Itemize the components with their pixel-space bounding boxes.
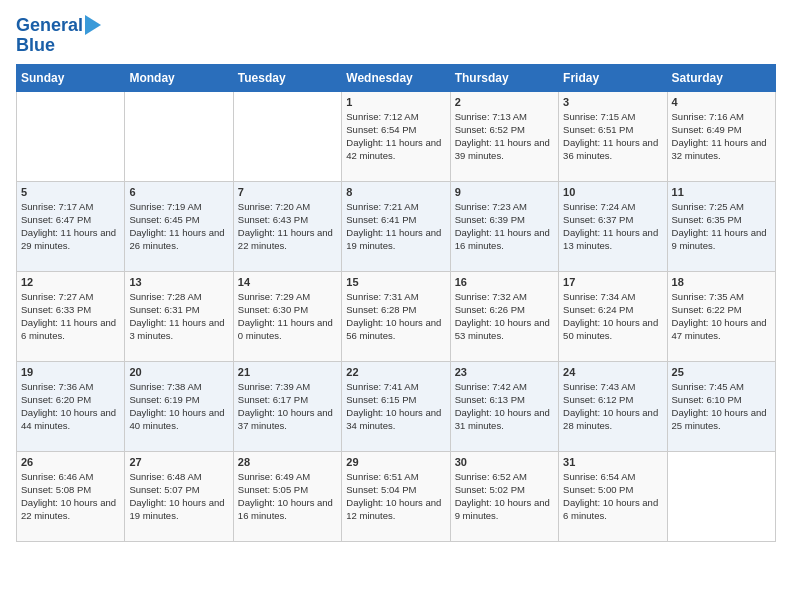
calendar-cell: 21Sunrise: 7:39 AM Sunset: 6:17 PM Dayli… bbox=[233, 361, 341, 451]
day-content: Sunrise: 7:29 AM Sunset: 6:30 PM Dayligh… bbox=[238, 290, 337, 343]
logo-blue: Blue bbox=[16, 36, 101, 56]
day-number: 25 bbox=[672, 366, 771, 378]
day-number: 16 bbox=[455, 276, 554, 288]
calendar-cell: 29Sunrise: 6:51 AM Sunset: 5:04 PM Dayli… bbox=[342, 451, 450, 541]
day-number: 1 bbox=[346, 96, 445, 108]
day-content: Sunrise: 7:25 AM Sunset: 6:35 PM Dayligh… bbox=[672, 200, 771, 253]
day-content: Sunrise: 7:20 AM Sunset: 6:43 PM Dayligh… bbox=[238, 200, 337, 253]
day-content: Sunrise: 6:54 AM Sunset: 5:00 PM Dayligh… bbox=[563, 470, 662, 523]
calendar-cell: 8Sunrise: 7:21 AM Sunset: 6:41 PM Daylig… bbox=[342, 181, 450, 271]
day-number: 14 bbox=[238, 276, 337, 288]
calendar-cell bbox=[17, 91, 125, 181]
day-content: Sunrise: 7:42 AM Sunset: 6:13 PM Dayligh… bbox=[455, 380, 554, 433]
week-row-4: 19Sunrise: 7:36 AM Sunset: 6:20 PM Dayli… bbox=[17, 361, 776, 451]
day-number: 28 bbox=[238, 456, 337, 468]
day-number: 8 bbox=[346, 186, 445, 198]
day-content: Sunrise: 7:13 AM Sunset: 6:52 PM Dayligh… bbox=[455, 110, 554, 163]
calendar-cell bbox=[125, 91, 233, 181]
day-content: Sunrise: 6:51 AM Sunset: 5:04 PM Dayligh… bbox=[346, 470, 445, 523]
calendar-cell bbox=[233, 91, 341, 181]
day-number: 10 bbox=[563, 186, 662, 198]
calendar-cell: 5Sunrise: 7:17 AM Sunset: 6:47 PM Daylig… bbox=[17, 181, 125, 271]
day-number: 4 bbox=[672, 96, 771, 108]
calendar-cell: 11Sunrise: 7:25 AM Sunset: 6:35 PM Dayli… bbox=[667, 181, 775, 271]
day-content: Sunrise: 7:39 AM Sunset: 6:17 PM Dayligh… bbox=[238, 380, 337, 433]
day-content: Sunrise: 7:38 AM Sunset: 6:19 PM Dayligh… bbox=[129, 380, 228, 433]
day-number: 30 bbox=[455, 456, 554, 468]
logo-arrow-icon bbox=[85, 15, 101, 35]
page-header: General Blue bbox=[16, 16, 776, 56]
day-content: Sunrise: 7:28 AM Sunset: 6:31 PM Dayligh… bbox=[129, 290, 228, 343]
day-number: 7 bbox=[238, 186, 337, 198]
day-content: Sunrise: 6:48 AM Sunset: 5:07 PM Dayligh… bbox=[129, 470, 228, 523]
day-number: 3 bbox=[563, 96, 662, 108]
calendar-cell: 12Sunrise: 7:27 AM Sunset: 6:33 PM Dayli… bbox=[17, 271, 125, 361]
calendar-cell: 27Sunrise: 6:48 AM Sunset: 5:07 PM Dayli… bbox=[125, 451, 233, 541]
calendar-cell: 31Sunrise: 6:54 AM Sunset: 5:00 PM Dayli… bbox=[559, 451, 667, 541]
day-number: 15 bbox=[346, 276, 445, 288]
day-number: 22 bbox=[346, 366, 445, 378]
calendar-table: SundayMondayTuesdayWednesdayThursdayFrid… bbox=[16, 64, 776, 542]
calendar-cell: 16Sunrise: 7:32 AM Sunset: 6:26 PM Dayli… bbox=[450, 271, 558, 361]
week-row-2: 5Sunrise: 7:17 AM Sunset: 6:47 PM Daylig… bbox=[17, 181, 776, 271]
day-number: 21 bbox=[238, 366, 337, 378]
calendar-cell: 14Sunrise: 7:29 AM Sunset: 6:30 PM Dayli… bbox=[233, 271, 341, 361]
week-row-5: 26Sunrise: 6:46 AM Sunset: 5:08 PM Dayli… bbox=[17, 451, 776, 541]
day-header-monday: Monday bbox=[125, 64, 233, 91]
calendar-cell: 1Sunrise: 7:12 AM Sunset: 6:54 PM Daylig… bbox=[342, 91, 450, 181]
calendar-cell: 28Sunrise: 6:49 AM Sunset: 5:05 PM Dayli… bbox=[233, 451, 341, 541]
day-number: 31 bbox=[563, 456, 662, 468]
day-number: 9 bbox=[455, 186, 554, 198]
day-number: 19 bbox=[21, 366, 120, 378]
day-number: 13 bbox=[129, 276, 228, 288]
day-content: Sunrise: 7:45 AM Sunset: 6:10 PM Dayligh… bbox=[672, 380, 771, 433]
calendar-cell: 4Sunrise: 7:16 AM Sunset: 6:49 PM Daylig… bbox=[667, 91, 775, 181]
day-header-saturday: Saturday bbox=[667, 64, 775, 91]
calendar-cell bbox=[667, 451, 775, 541]
week-row-3: 12Sunrise: 7:27 AM Sunset: 6:33 PM Dayli… bbox=[17, 271, 776, 361]
day-content: Sunrise: 7:27 AM Sunset: 6:33 PM Dayligh… bbox=[21, 290, 120, 343]
day-content: Sunrise: 7:19 AM Sunset: 6:45 PM Dayligh… bbox=[129, 200, 228, 253]
calendar-cell: 24Sunrise: 7:43 AM Sunset: 6:12 PM Dayli… bbox=[559, 361, 667, 451]
day-content: Sunrise: 7:23 AM Sunset: 6:39 PM Dayligh… bbox=[455, 200, 554, 253]
day-number: 26 bbox=[21, 456, 120, 468]
calendar-cell: 17Sunrise: 7:34 AM Sunset: 6:24 PM Dayli… bbox=[559, 271, 667, 361]
day-content: Sunrise: 7:24 AM Sunset: 6:37 PM Dayligh… bbox=[563, 200, 662, 253]
day-number: 5 bbox=[21, 186, 120, 198]
calendar-cell: 26Sunrise: 6:46 AM Sunset: 5:08 PM Dayli… bbox=[17, 451, 125, 541]
day-number: 12 bbox=[21, 276, 120, 288]
day-number: 6 bbox=[129, 186, 228, 198]
day-content: Sunrise: 7:32 AM Sunset: 6:26 PM Dayligh… bbox=[455, 290, 554, 343]
week-row-1: 1Sunrise: 7:12 AM Sunset: 6:54 PM Daylig… bbox=[17, 91, 776, 181]
day-content: Sunrise: 6:52 AM Sunset: 5:02 PM Dayligh… bbox=[455, 470, 554, 523]
day-content: Sunrise: 7:35 AM Sunset: 6:22 PM Dayligh… bbox=[672, 290, 771, 343]
day-number: 23 bbox=[455, 366, 554, 378]
day-content: Sunrise: 7:15 AM Sunset: 6:51 PM Dayligh… bbox=[563, 110, 662, 163]
day-number: 17 bbox=[563, 276, 662, 288]
day-content: Sunrise: 7:36 AM Sunset: 6:20 PM Dayligh… bbox=[21, 380, 120, 433]
day-content: Sunrise: 7:43 AM Sunset: 6:12 PM Dayligh… bbox=[563, 380, 662, 433]
logo: General Blue bbox=[16, 16, 101, 56]
calendar-cell: 3Sunrise: 7:15 AM Sunset: 6:51 PM Daylig… bbox=[559, 91, 667, 181]
day-number: 11 bbox=[672, 186, 771, 198]
calendar-cell: 6Sunrise: 7:19 AM Sunset: 6:45 PM Daylig… bbox=[125, 181, 233, 271]
day-number: 27 bbox=[129, 456, 228, 468]
calendar-cell: 20Sunrise: 7:38 AM Sunset: 6:19 PM Dayli… bbox=[125, 361, 233, 451]
calendar-cell: 9Sunrise: 7:23 AM Sunset: 6:39 PM Daylig… bbox=[450, 181, 558, 271]
day-content: Sunrise: 7:34 AM Sunset: 6:24 PM Dayligh… bbox=[563, 290, 662, 343]
day-content: Sunrise: 7:12 AM Sunset: 6:54 PM Dayligh… bbox=[346, 110, 445, 163]
day-number: 2 bbox=[455, 96, 554, 108]
calendar-cell: 25Sunrise: 7:45 AM Sunset: 6:10 PM Dayli… bbox=[667, 361, 775, 451]
calendar-cell: 22Sunrise: 7:41 AM Sunset: 6:15 PM Dayli… bbox=[342, 361, 450, 451]
calendar-cell: 30Sunrise: 6:52 AM Sunset: 5:02 PM Dayli… bbox=[450, 451, 558, 541]
calendar-cell: 7Sunrise: 7:20 AM Sunset: 6:43 PM Daylig… bbox=[233, 181, 341, 271]
day-header-friday: Friday bbox=[559, 64, 667, 91]
day-content: Sunrise: 6:49 AM Sunset: 5:05 PM Dayligh… bbox=[238, 470, 337, 523]
calendar-cell: 13Sunrise: 7:28 AM Sunset: 6:31 PM Dayli… bbox=[125, 271, 233, 361]
calendar-cell: 10Sunrise: 7:24 AM Sunset: 6:37 PM Dayli… bbox=[559, 181, 667, 271]
day-content: Sunrise: 7:16 AM Sunset: 6:49 PM Dayligh… bbox=[672, 110, 771, 163]
day-header-thursday: Thursday bbox=[450, 64, 558, 91]
days-header-row: SundayMondayTuesdayWednesdayThursdayFrid… bbox=[17, 64, 776, 91]
day-number: 18 bbox=[672, 276, 771, 288]
day-header-tuesday: Tuesday bbox=[233, 64, 341, 91]
